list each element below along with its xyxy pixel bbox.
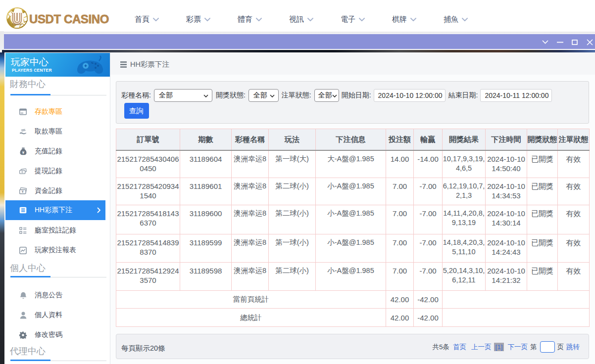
svg-text:¥: ¥ bbox=[22, 150, 24, 155]
svg-text:¥: ¥ bbox=[22, 190, 24, 193]
svg-text:Casino: Casino bbox=[12, 23, 22, 26]
